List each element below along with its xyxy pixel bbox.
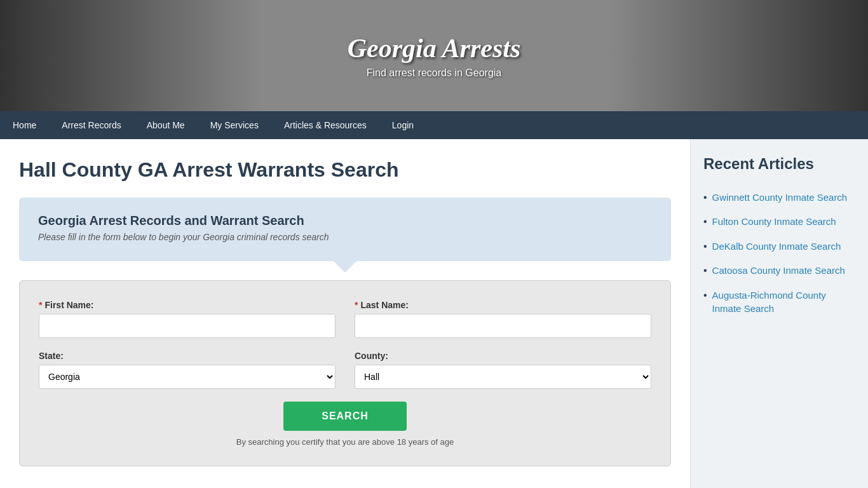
- sidebar: Recent Articles Gwinnett County Inmate S…: [690, 139, 868, 488]
- county-group: County: Hall: [355, 351, 651, 389]
- main-nav: Home Arrest Records About Me My Services…: [0, 111, 868, 139]
- article-item-1: Gwinnett County Inmate Search: [703, 191, 855, 205]
- article-link-5[interactable]: Augusta-Richmond County Inmate Search: [712, 288, 855, 315]
- article-item-4: Catoosa County Inmate Search: [703, 264, 855, 278]
- first-name-label: *First Name:: [39, 300, 336, 310]
- state-label: State:: [39, 351, 336, 361]
- recent-articles-list: Gwinnett County Inmate Search Fulton Cou…: [703, 191, 855, 315]
- content-area: Hall County GA Arrest Warrants Search Ge…: [0, 139, 690, 488]
- first-name-input[interactable]: [39, 314, 336, 338]
- nav-login[interactable]: Login: [379, 111, 426, 139]
- site-header: Georgia Arrests Find arrest records in G…: [0, 0, 868, 111]
- search-button[interactable]: SEARCH: [283, 402, 407, 431]
- first-name-required-star: *: [39, 300, 42, 310]
- county-label: County:: [355, 351, 651, 361]
- site-title: Georgia Arrests: [348, 33, 521, 64]
- state-group: State: Georgia: [39, 351, 336, 389]
- search-box-title: Georgia Arrest Records and Warrant Searc…: [38, 214, 652, 228]
- last-name-group: *Last Name:: [355, 300, 651, 338]
- state-select[interactable]: Georgia: [39, 365, 336, 389]
- nav-my-services[interactable]: My Services: [198, 111, 271, 139]
- search-box-header: Georgia Arrest Records and Warrant Searc…: [19, 198, 671, 261]
- article-link-3[interactable]: DeKalb County Inmate Search: [712, 240, 841, 253]
- first-name-group: *First Name:: [39, 300, 336, 338]
- main-container: Hall County GA Arrest Warrants Search Ge…: [0, 139, 868, 488]
- nav-arrest-records[interactable]: Arrest Records: [49, 111, 133, 139]
- nav-home[interactable]: Home: [0, 111, 49, 139]
- last-name-required-star: *: [355, 300, 358, 310]
- page-title: Hall County GA Arrest Warrants Search: [19, 158, 671, 182]
- last-name-label: *Last Name:: [355, 300, 651, 310]
- article-item-5: Augusta-Richmond County Inmate Search: [703, 288, 855, 315]
- article-link-4[interactable]: Catoosa County Inmate Search: [712, 264, 845, 277]
- form-disclaimer: By searching you certify that you are ab…: [39, 437, 651, 447]
- last-name-input[interactable]: [355, 314, 651, 338]
- article-item-2: Fulton County Inmate Search: [703, 215, 855, 229]
- article-link-1[interactable]: Gwinnett County Inmate Search: [712, 191, 848, 204]
- name-row: *First Name: *Last Name:: [39, 300, 651, 338]
- article-item-3: DeKalb County Inmate Search: [703, 240, 855, 254]
- county-select[interactable]: Hall: [355, 365, 651, 389]
- search-box-subtitle: Please fill in the form below to begin y…: [38, 232, 652, 242]
- article-link-2[interactable]: Fulton County Inmate Search: [712, 215, 836, 228]
- location-row: State: Georgia County: Hall: [39, 351, 651, 389]
- site-subtitle: Find arrest records in Georgia: [348, 67, 521, 79]
- nav-about-me[interactable]: About Me: [134, 111, 198, 139]
- header-content: Georgia Arrests Find arrest records in G…: [348, 33, 521, 79]
- nav-articles-resources[interactable]: Articles & Resources: [271, 111, 379, 139]
- sidebar-title: Recent Articles: [703, 155, 855, 178]
- search-form-container: *First Name: *Last Name: State: Georgia: [19, 280, 671, 466]
